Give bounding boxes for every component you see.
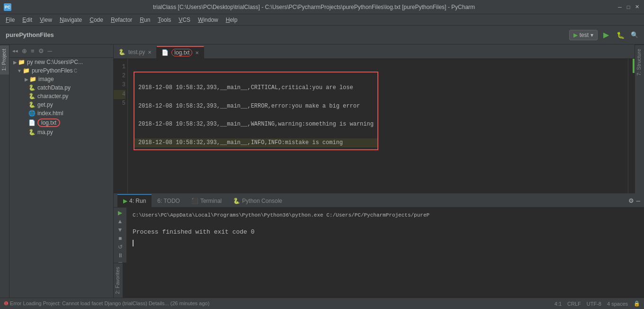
project-close-icon[interactable]: ─ [47, 46, 53, 55]
menu-run[interactable]: Run [136, 16, 154, 24]
tab-python-console[interactable]: 🐍 Python Console [227, 194, 288, 208]
tree-item-purepythonfiles[interactable]: ▼ 📁 purePythonFiles C [9, 66, 113, 75]
line-number: 2 [114, 72, 125, 81]
sidebar-item-structure[interactable]: 7: Structure [635, 45, 644, 80]
menu-file[interactable]: File [2, 16, 18, 24]
project-settings-icon[interactable]: ⚙ [37, 46, 45, 55]
py-file-icon: 🐍 [28, 84, 36, 91]
title-bar: PC trialClass [C:\Users\PC\Desktop\trial… [0, 0, 644, 14]
txt-file-icon: 📄 [28, 119, 36, 126]
folder-icon: 📁 [29, 76, 36, 82]
tree-item-getpy[interactable]: 🐍 get.py [9, 100, 113, 109]
project-locate-icon[interactable]: ⊕ [21, 46, 28, 55]
stop-button[interactable]: ■ [116, 235, 125, 242]
bottom-settings-icon[interactable]: ⚙ [628, 197, 634, 204]
tab-terminal[interactable]: ⬛ Terminal [186, 194, 227, 208]
editor-area: 🐍 test.py ✕ 📄 log.txt ✕ [114, 45, 635, 193]
line-number: 5 [114, 99, 125, 108]
rerun-button[interactable]: ↺ [116, 244, 125, 250]
code-editor[interactable]: 2018-12-08 10:58:32,393,__main__,CRITICA… [128, 59, 628, 193]
py-file-icon: 🐍 [28, 101, 36, 108]
scroll-down-button[interactable]: ▼ [116, 227, 125, 233]
tree-label: py new C:\Users\PC... [27, 59, 83, 65]
bottom-close-icon[interactable]: ─ [636, 198, 640, 204]
search-button[interactable]: 🔍 [629, 29, 640, 41]
tab-close-testpy[interactable]: ✕ [148, 50, 152, 55]
project-label: purePythonFiles [4, 31, 54, 38]
run-config-label: test [580, 32, 589, 38]
app-icon: PC [4, 3, 11, 11]
sidebar-item-project[interactable]: 1: Project [0, 45, 9, 74]
menu-view[interactable]: View [36, 16, 56, 24]
status-bar: ❶ Error Loading Project: Cannot load fac… [0, 298, 644, 309]
tree-item-indexhtml[interactable]: 🌐 index.html [9, 109, 113, 118]
tree-label: ma.py [37, 129, 53, 136]
menu-edit[interactable]: Edit [18, 16, 36, 24]
main-toolbar: purePythonFiles ▶ test ▾ ▶ 🐛 🔍 [0, 26, 644, 45]
log-line-4: 2018-12-08 10:58:32,393,__main__,INFO,IN… [134, 138, 377, 147]
tab-close-logtxt[interactable]: ✕ [195, 50, 199, 55]
cursor-position[interactable]: 4:1 [555, 301, 562, 307]
tab-label: Terminal [200, 198, 222, 204]
close-button[interactable]: ✕ [634, 4, 640, 10]
pause-button[interactable]: ⏸ [116, 252, 125, 259]
log-line-3: 2018-12-08 10:58:32,393,__main__,WARNING… [138, 121, 374, 127]
tree-item-pynew[interactable]: ▶ 📁 py new C:\Users\PC... [9, 58, 113, 66]
line-ending[interactable]: CRLF [567, 301, 581, 307]
editor-main: 🐍 test.py ✕ 📄 log.txt ✕ [114, 45, 644, 193]
tree-label: purePythonFiles [32, 67, 73, 74]
menu-refactor[interactable]: Refactor [107, 16, 136, 24]
scroll-up-button[interactable]: ▲ [116, 218, 125, 225]
log-line-2: 2018-12-08 10:58:32,393,__main__,ERROR,e… [138, 103, 360, 109]
menu-code[interactable]: Code [86, 16, 107, 24]
menu-vcs[interactable]: VCS [175, 16, 194, 24]
left-side-labels: 1: Project [0, 45, 9, 298]
tab-testpy[interactable]: 🐍 test.py ✕ [114, 46, 157, 58]
project-back-icon[interactable]: ◂◂ [11, 47, 19, 55]
status-error-text[interactable]: Error Loading Project: Cannot load facet… [10, 300, 209, 306]
html-file-icon: 🌐 [28, 110, 36, 117]
project-panel: ◂◂ ⊕ ≡ ⚙ ─ ▶ 📁 py new C:\Users\PC... [9, 45, 114, 298]
txt-tab-icon: 📄 [161, 49, 169, 56]
menu-help[interactable]: Help [222, 16, 242, 24]
console-path: C:\Users\PC\AppData\Local\Programs\Pytho… [133, 211, 638, 220]
folder-icon: 📁 [18, 59, 25, 65]
maximize-button[interactable]: □ [625, 4, 632, 10]
tree-label: log.txt [37, 118, 60, 127]
tree-item-logtxt[interactable]: 📄 log.txt [9, 118, 113, 128]
folder-icon: 📁 [23, 67, 30, 74]
tab-todo[interactable]: 6: TODO [152, 194, 186, 208]
bottom-toolbar: ⚙ ─ [628, 197, 640, 204]
run-again-button[interactable]: ▶ [116, 209, 125, 216]
tree-item-catchdata[interactable]: 🐍 catchData.py [9, 83, 113, 92]
tree-item-mapy[interactable]: 🐍 ma.py [9, 128, 113, 136]
sidebar-item-favorites[interactable]: 2: Favorites [114, 263, 123, 298]
editor-and-bottom: 🐍 test.py ✕ 📄 log.txt ✕ [114, 45, 644, 298]
run-button[interactable]: ▶ [600, 29, 612, 41]
finished-message: Process finished with exit code 0 [133, 228, 254, 236]
encoding[interactable]: UTF-8 [587, 301, 601, 307]
chevron-down-icon: ▾ [590, 32, 593, 38]
project-collapse-icon[interactable]: ≡ [30, 46, 36, 55]
tree-item-character[interactable]: 🐍 character.py [9, 92, 113, 100]
terminal-icon: ⬛ [191, 198, 198, 204]
tab-label: 6: TODO [157, 198, 180, 204]
console-finished-text: Process finished with exit code 0 [133, 227, 638, 237]
debug-button[interactable]: 🐛 [615, 29, 626, 41]
minimize-button[interactable]: ─ [617, 4, 623, 10]
menu-navigate[interactable]: Navigate [56, 16, 86, 24]
tab-logtxt[interactable]: 📄 log.txt ✕ [157, 46, 204, 58]
editor-tabs: 🐍 test.py ✕ 📄 log.txt ✕ [114, 45, 635, 59]
run-config-selector[interactable]: ▶ test ▾ [569, 30, 598, 40]
tab-label: test.py [128, 49, 145, 55]
content-area: 1: Project ◂◂ ⊕ ≡ ⚙ ─ ▶ 📁 py [0, 45, 644, 298]
py-file-icon: 🐍 [28, 93, 36, 100]
run-controls: ▶ ▲ ▼ ■ ↺ ⏸ ⊞ ≡ 🖨 📌 >> [114, 208, 127, 263]
menu-window[interactable]: Window [194, 16, 222, 24]
tree-item-image[interactable]: ▶ 📁 image [9, 75, 113, 83]
run-icon: ▶ [123, 198, 127, 204]
indent-setting[interactable]: 4 spaces [607, 301, 628, 307]
status-right: 4:1 CRLF UTF-8 4 spaces 🔒 [555, 300, 640, 307]
menu-tools[interactable]: Tools [154, 16, 175, 24]
tab-run[interactable]: ▶ 4: Run [117, 194, 152, 208]
